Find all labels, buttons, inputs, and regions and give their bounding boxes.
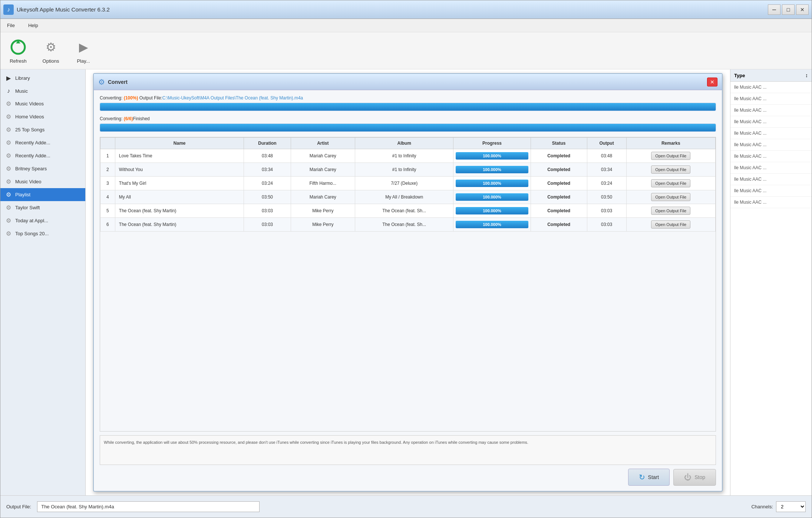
menu-help[interactable]: Help	[24, 21, 42, 30]
type-list-item[interactable]: lle Music AAC ...	[730, 93, 812, 105]
top-songs-icon: ⚙	[5, 126, 12, 133]
sidebar-item-playlist[interactable]: ⚙ Playlist	[0, 188, 85, 201]
type-list-item[interactable]: lle Music AAC ...	[730, 174, 812, 185]
sidebar-item-label-music-video: Music Video	[15, 179, 42, 184]
sidebar-item-britney[interactable]: ⚙ Britney Spears	[0, 162, 85, 175]
cell-remarks: Open Output File	[626, 190, 716, 204]
open-output-button[interactable]: Open Output File	[651, 179, 690, 187]
sidebar-item-taylor[interactable]: ⚙ Taylor Swift	[0, 201, 85, 214]
convert-table: Name Duration Artist Album Progress Stat…	[100, 137, 716, 232]
cell-album: 7/27 (Deluxe)	[355, 177, 453, 190]
type-list-item[interactable]: lle Music AAC ...	[730, 128, 812, 139]
cell-remarks: Open Output File	[626, 163, 716, 177]
sidebar-item-label-music: Music	[15, 88, 28, 94]
refresh-button[interactable]: Refresh	[5, 35, 32, 66]
cell-album: #1 to Infinity	[355, 163, 453, 177]
content-area: ▶ Library ♪ Music ⚙ Music Videos ⚙ Home …	[0, 69, 812, 495]
table-row: 4 My All 03:50 Mariah Carey My All / Bre…	[100, 190, 716, 204]
sidebar-item-music[interactable]: ♪ Music	[0, 85, 85, 97]
sidebar-item-label-home-videos: Home Videos	[15, 114, 44, 119]
type-list-item[interactable]: lle Music AAC ...	[730, 139, 812, 151]
sidebar-item-music-video[interactable]: ⚙ Music Video	[0, 175, 85, 188]
type-list-item[interactable]: lle Music AAC ...	[730, 151, 812, 162]
menu-bar: File Help	[0, 19, 812, 32]
cell-artist: Mike Perry	[291, 204, 355, 218]
sidebar-item-label-music-videos: Music Videos	[15, 101, 44, 106]
maximize-button[interactable]: □	[782, 4, 795, 15]
convert-dialog: ⚙ Convert ✕ Converting: (100%) Output Fi…	[93, 73, 723, 492]
open-output-button[interactable]: Open Output File	[651, 207, 690, 215]
close-window-button[interactable]: ✕	[796, 4, 809, 15]
status2-suffix: Finished	[133, 116, 149, 121]
type-panel-header: Type ↕	[730, 69, 812, 82]
progress-cell-bar: 100.000%	[456, 166, 528, 173]
type-list-item[interactable]: lle Music AAC ...	[730, 162, 812, 174]
stop-button[interactable]: ⏻ Stop	[673, 469, 716, 486]
table-row: 5 The Ocean (feat. Shy Martin) 03:03 Mik…	[100, 204, 716, 218]
bottom-bar: Output File: Channels: 2 1	[0, 495, 812, 518]
options-label: Options	[43, 58, 59, 64]
menu-file[interactable]: File	[3, 21, 19, 30]
cell-progress: 100.000%	[453, 177, 531, 190]
table-header-row: Name Duration Artist Album Progress Stat…	[100, 138, 716, 149]
type-list-item[interactable]: lle Music AAC ...	[730, 105, 812, 116]
output-file-label: Output File:	[6, 504, 31, 509]
open-output-button[interactable]: Open Output File	[651, 220, 690, 229]
cell-output: 03:48	[587, 149, 626, 163]
playlist-button[interactable]: ▶ Play...	[70, 35, 97, 66]
cell-artist: Mariah Carey	[291, 190, 355, 204]
sidebar-item-recently-1[interactable]: ⚙ Recently Adde...	[0, 136, 85, 149]
convert-status-text-1: Converting: (100%) Output File:C:\Music-…	[100, 95, 716, 101]
progress-cell-bar: 100.000%	[456, 180, 528, 187]
open-output-button[interactable]: Open Output File	[651, 152, 690, 160]
open-output-button[interactable]: Open Output File	[651, 193, 690, 201]
recently1-icon: ⚙	[5, 139, 12, 146]
sidebar-item-top-songs-20[interactable]: ⚙ Top Songs 20...	[0, 227, 85, 240]
sidebar: ▶ Library ♪ Music ⚙ Music Videos ⚙ Home …	[0, 69, 86, 495]
cell-name: The Ocean (feat. Shy Martin)	[115, 204, 244, 218]
table-row: 6 The Ocean (feat. Shy Martin) 03:03 Mik…	[100, 218, 716, 232]
cell-artist: Mike Perry	[291, 218, 355, 232]
convert-status-text-2: Converting: (6/6)Finished	[100, 116, 716, 121]
sidebar-item-home-videos[interactable]: ⚙ Home Videos	[0, 110, 85, 123]
table-row: 1 Love Takes Time 03:48 Mariah Carey #1 …	[100, 149, 716, 163]
type-list: lle Music AAC ...lle Music AAC ...lle Mu…	[730, 82, 812, 208]
col-output: Output	[587, 138, 626, 149]
col-album: Album	[355, 138, 453, 149]
playlist-sidebar-icon: ⚙	[5, 191, 12, 198]
status1-middle: Output File:	[138, 95, 162, 101]
cell-duration: 03:48	[244, 149, 291, 163]
start-button[interactable]: ↻ Start	[628, 469, 670, 486]
sidebar-item-recently-2[interactable]: ⚙ Recently Adde...	[0, 149, 85, 162]
col-duration: Duration	[244, 138, 291, 149]
type-list-item[interactable]: lle Music AAC ...	[730, 82, 812, 93]
cell-duration: 03:34	[244, 163, 291, 177]
type-list-item[interactable]: lle Music AAC ...	[730, 185, 812, 197]
open-output-button[interactable]: Open Output File	[651, 165, 690, 174]
sidebar-item-library[interactable]: ▶ Library	[0, 72, 85, 85]
sidebar-item-label-today: Today at Appl...	[15, 218, 48, 223]
cell-remarks: Open Output File	[626, 218, 716, 232]
cell-album: #1 to Infinity	[355, 149, 453, 163]
cell-status: Completed	[531, 149, 587, 163]
col-num	[100, 138, 115, 149]
info-text: While converting, the application will u…	[104, 440, 528, 445]
options-button[interactable]: ⚙ Options	[37, 35, 64, 66]
sidebar-item-today[interactable]: ⚙ Today at Appl...	[0, 214, 85, 227]
sidebar-item-label-playlist: Playlist	[15, 192, 30, 197]
output-file-input[interactable]	[37, 501, 260, 512]
cell-artist: Mariah Carey	[291, 149, 355, 163]
cell-output: 03:03	[587, 204, 626, 218]
col-artist: Artist	[291, 138, 355, 149]
type-list-item[interactable]: lle Music AAC ...	[730, 116, 812, 128]
sidebar-item-top-songs[interactable]: ⚙ 25 Top Songs	[0, 123, 85, 136]
start-label: Start	[648, 474, 659, 480]
sidebar-item-music-videos[interactable]: ⚙ Music Videos	[0, 97, 85, 110]
type-list-item[interactable]: lle Music AAC ...	[730, 197, 812, 208]
convert-table-wrapper: Name Duration Artist Album Progress Stat…	[100, 137, 716, 432]
music-videos-icon: ⚙	[5, 100, 12, 107]
dialog-close-button[interactable]: ✕	[707, 78, 717, 86]
progress-bar-2	[100, 124, 716, 132]
channels-select[interactable]: 2 1	[776, 501, 806, 512]
minimize-button[interactable]: ─	[768, 4, 780, 15]
